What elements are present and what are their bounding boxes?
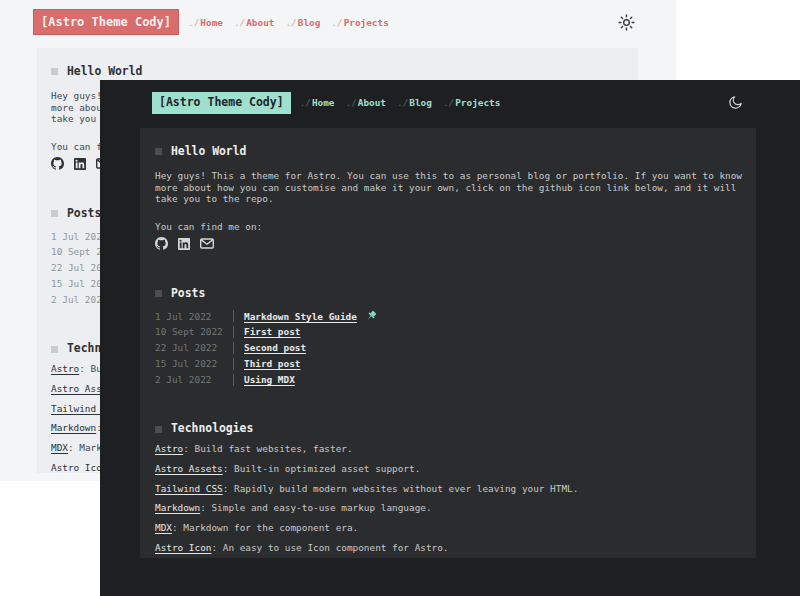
post-link[interactable]: Third post (244, 358, 300, 369)
moon-icon (727, 94, 744, 111)
main-nav: ./Home ./About ./Blog ./Projects (188, 17, 389, 28)
hello-heading: Hello World (51, 66, 624, 77)
post-link[interactable]: First post (244, 326, 300, 337)
nav-blog[interactable]: ./Blog (285, 17, 320, 28)
mail-icon[interactable] (200, 238, 214, 249)
tech-link[interactable]: Astro Assets (155, 463, 223, 474)
post-row: 2 Jul 2022 Using MDX (155, 372, 741, 388)
square-bullet-icon (51, 210, 58, 217)
tech-row: Tailwind CSS: Rapidly build modern websi… (155, 478, 741, 498)
tech-row: Astro Assets: Built-in optimized asset s… (155, 459, 741, 479)
dark-content-panel: Hello World Hey guys! This a theme for A… (140, 128, 756, 558)
technologies-list: Astro: Build fast websites, faster. Astr… (155, 439, 741, 558)
theme-toggle-button[interactable] (726, 94, 744, 112)
tech-row: MDX: Markdown for the component era. (155, 518, 741, 538)
social-links (155, 237, 741, 250)
github-icon[interactable] (155, 237, 168, 250)
post-link[interactable]: Markdown Style Guide (244, 311, 357, 322)
post-row: 15 Jul 2022 Third post (155, 356, 741, 372)
square-bullet-icon (51, 346, 58, 353)
divider (233, 374, 234, 386)
post-row: 22 Jul 2022 Second post (155, 340, 741, 356)
find-me-text: You can find me on: (155, 221, 741, 232)
tech-desc: Rapidly build modern websites without ev… (234, 483, 578, 494)
tech-row: Astro Icon: An easy to use Icon componen… (155, 538, 741, 558)
post-date: 10 Sept 2022 (155, 326, 228, 337)
tech-link[interactable]: Astro (51, 363, 79, 374)
tech-desc: An easy to use Icon component for Astro. (223, 542, 449, 553)
divider (233, 326, 234, 338)
main-nav: ./Home ./About ./Blog ./Projects (300, 97, 501, 108)
tech-desc: Simple and easy-to-use markup language. (211, 502, 431, 513)
divider (233, 358, 234, 370)
linkedin-icon[interactable] (74, 158, 86, 170)
site-logo[interactable]: [Astro Theme Cody] (33, 9, 179, 35)
linkedin-icon[interactable] (178, 238, 190, 250)
post-row: 10 Sept 2022 First post (155, 324, 741, 340)
tech-link[interactable]: Astro Icon (51, 462, 107, 473)
posts-heading: Posts (155, 288, 741, 299)
square-bullet-icon (155, 148, 162, 155)
post-row: 1 Jul 2022 Markdown Style Guide (155, 308, 741, 324)
tech-link[interactable]: MDX (155, 522, 172, 533)
post-date: 1 Jul 2022 (155, 311, 228, 322)
nav-blog[interactable]: ./Blog (397, 97, 432, 108)
post-link[interactable]: Using MDX (244, 374, 295, 385)
nav-home[interactable]: ./Home (300, 97, 335, 108)
tech-link[interactable]: Markdown (51, 422, 96, 433)
tech-link[interactable]: MDX (51, 442, 68, 453)
square-bullet-icon (51, 68, 58, 75)
posts-list: 1 Jul 2022 Markdown Style Guide 10 Sept … (155, 308, 741, 387)
tech-desc: Build fast websites, faster. (195, 443, 353, 454)
dark-header: [Astro Theme Cody] ./Home ./About ./Blog… (152, 92, 744, 114)
dark-theme-page: [Astro Theme Cody] ./Home ./About ./Blog… (100, 80, 800, 596)
tech-row: Markdown: Simple and easy-to-use markup … (155, 498, 741, 518)
post-date: 15 Jul 2022 (155, 358, 228, 369)
theme-toggle-button[interactable] (617, 13, 635, 31)
divider (233, 342, 234, 354)
pin-icon (365, 310, 377, 322)
hello-paragraph: Hey guys! This a theme for Astro. You ca… (155, 170, 741, 204)
tech-link[interactable]: Astro Icon (155, 542, 211, 553)
github-icon[interactable] (51, 157, 64, 170)
nav-projects[interactable]: ./Projects (443, 97, 500, 108)
nav-about[interactable]: ./About (234, 17, 275, 28)
tech-link[interactable]: Tailwind CSS (155, 483, 223, 494)
tech-row: Astro: Build fast websites, faster. (155, 439, 741, 459)
nav-projects[interactable]: ./Projects (331, 17, 388, 28)
nav-about[interactable]: ./About (346, 97, 387, 108)
tech-link[interactable]: Markdown (155, 502, 200, 513)
tech-desc: Built-in optimized asset support. (234, 463, 420, 474)
square-bullet-icon (155, 290, 162, 297)
divider (233, 310, 234, 322)
tech-link[interactable]: Astro (155, 443, 183, 454)
nav-home[interactable]: ./Home (188, 17, 223, 28)
sun-icon (618, 14, 635, 31)
light-header: [Astro Theme Cody] ./Home ./About ./Blog… (33, 9, 635, 35)
technologies-heading: Technologies (155, 423, 741, 434)
post-date: 22 Jul 2022 (155, 342, 228, 353)
tech-desc: Markdown for the component era. (183, 522, 358, 533)
post-date: 2 Jul 2022 (155, 374, 228, 385)
site-logo[interactable]: [Astro Theme Cody] (152, 92, 291, 114)
post-link[interactable]: Second post (244, 342, 306, 353)
square-bullet-icon (155, 426, 162, 433)
hello-heading: Hello World (155, 146, 741, 157)
